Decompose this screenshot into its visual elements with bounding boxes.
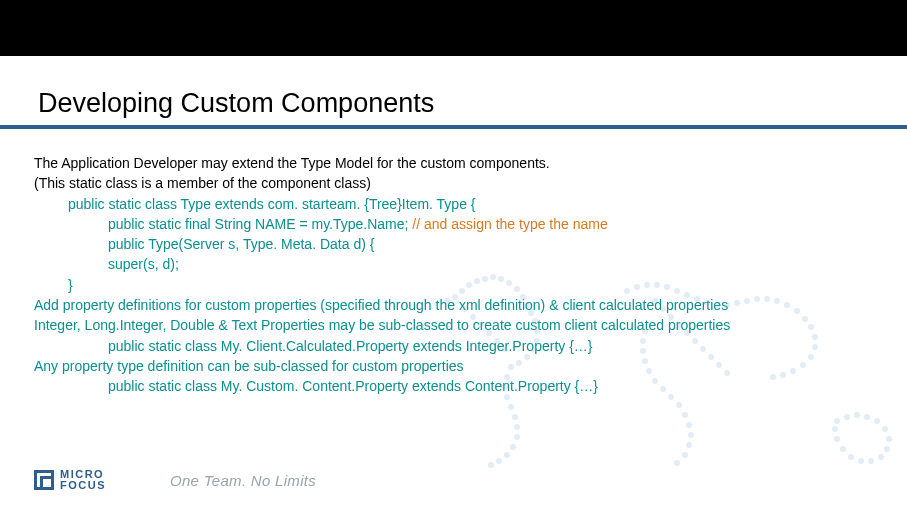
svg-point-67 bbox=[682, 412, 688, 418]
svg-point-24 bbox=[512, 414, 518, 420]
svg-point-80 bbox=[884, 446, 890, 452]
svg-point-86 bbox=[834, 436, 840, 442]
body-line: Add property definitions for custom prop… bbox=[34, 295, 881, 315]
svg-point-68 bbox=[686, 422, 692, 428]
body-line: Any property type definition can be sub-… bbox=[34, 356, 881, 376]
footer: MICRO FOCUS One Team. No Limits bbox=[34, 469, 316, 491]
slide: Developing Custom Components The Applica… bbox=[0, 0, 907, 511]
code-line: super(s, d); bbox=[34, 254, 881, 274]
logo-line2: FOCUS bbox=[60, 480, 106, 491]
svg-point-87 bbox=[832, 426, 838, 432]
svg-point-82 bbox=[868, 458, 874, 464]
code-line: public static class Type extends com. st… bbox=[34, 194, 881, 214]
svg-point-76 bbox=[864, 414, 870, 420]
svg-point-72 bbox=[674, 460, 680, 466]
svg-point-78 bbox=[882, 426, 888, 432]
code-line: public static class My. Custom. Content.… bbox=[34, 376, 881, 396]
svg-point-83 bbox=[858, 458, 864, 464]
body-line: The Application Developer may extend the… bbox=[34, 153, 881, 173]
logo: MICRO FOCUS bbox=[34, 469, 106, 491]
code-line: public static class My. Client.Calculate… bbox=[34, 336, 881, 356]
svg-point-26 bbox=[514, 434, 520, 440]
top-black-bar bbox=[0, 0, 907, 56]
svg-point-75 bbox=[854, 412, 860, 418]
svg-point-29 bbox=[496, 458, 502, 464]
logo-mark-icon bbox=[34, 470, 54, 490]
svg-point-79 bbox=[886, 436, 892, 442]
svg-point-71 bbox=[682, 452, 688, 458]
svg-point-74 bbox=[844, 414, 850, 420]
svg-point-28 bbox=[504, 452, 510, 458]
svg-point-73 bbox=[834, 418, 840, 424]
svg-point-77 bbox=[874, 418, 880, 424]
code-line: } bbox=[34, 275, 881, 295]
logo-text: MICRO FOCUS bbox=[60, 469, 106, 491]
svg-point-30 bbox=[488, 462, 494, 468]
svg-point-70 bbox=[686, 442, 692, 448]
code-line: public static final String NAME = my.Typ… bbox=[34, 214, 881, 234]
svg-point-69 bbox=[688, 432, 694, 438]
body-line: Integer, Long.Integer, Double & Text Pro… bbox=[34, 315, 881, 335]
svg-point-27 bbox=[510, 444, 516, 450]
svg-point-85 bbox=[840, 446, 846, 452]
code-fragment: public static final String NAME = my.Typ… bbox=[108, 216, 412, 232]
svg-point-66 bbox=[676, 402, 682, 408]
svg-point-81 bbox=[878, 454, 884, 460]
svg-point-23 bbox=[508, 404, 514, 410]
svg-point-84 bbox=[848, 454, 854, 460]
slide-body: The Application Developer may extend the… bbox=[0, 153, 907, 397]
code-comment: // and assign the type the name bbox=[412, 216, 607, 232]
body-line: (This static class is a member of the co… bbox=[34, 173, 881, 193]
code-line: public Type(Server s, Type. Meta. Data d… bbox=[34, 234, 881, 254]
svg-point-25 bbox=[514, 424, 520, 430]
tagline: One Team. No Limits bbox=[170, 472, 316, 489]
